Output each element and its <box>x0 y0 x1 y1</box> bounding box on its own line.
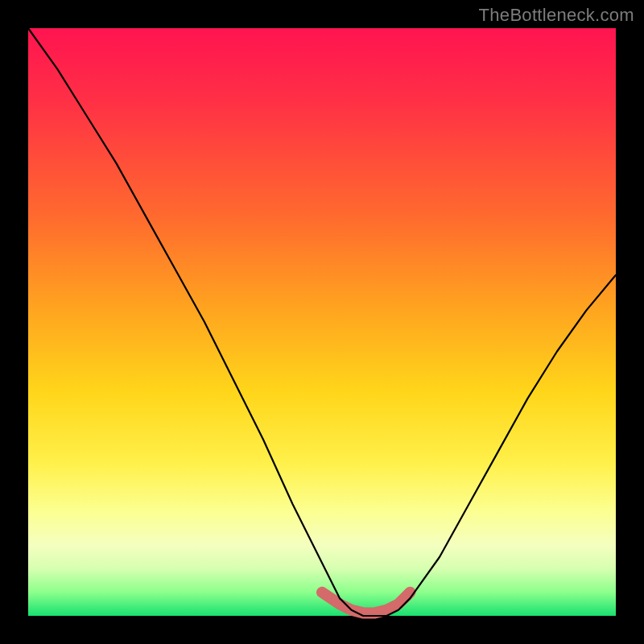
curve-svg <box>28 28 616 616</box>
plot-area <box>28 28 616 616</box>
watermark-text: TheBottleneck.com <box>479 5 634 26</box>
bottleneck-curve-line <box>28 28 616 616</box>
chart-frame: TheBottleneck.com <box>0 0 644 644</box>
